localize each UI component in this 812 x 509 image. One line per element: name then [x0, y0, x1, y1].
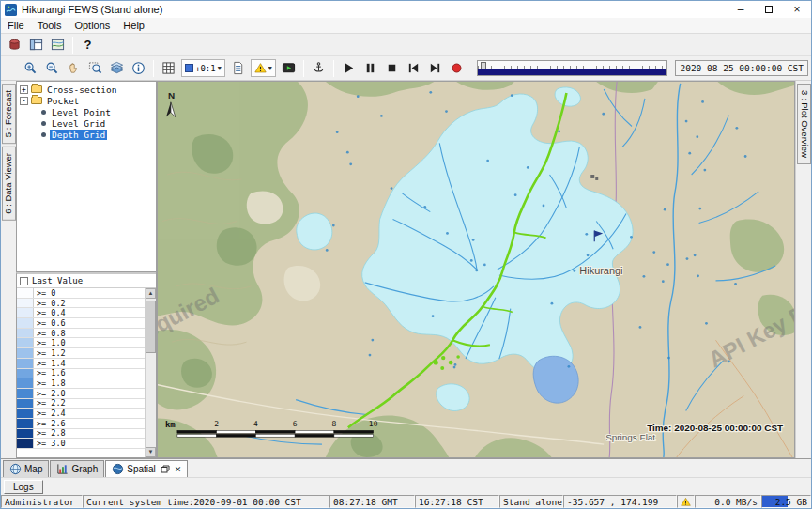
- tab-spatial[interactable]: Spatial ✕: [105, 460, 188, 477]
- legend-row: >= 2.6: [17, 419, 145, 429]
- record-button[interactable]: [446, 58, 467, 78]
- toolbar-separator: [72, 37, 73, 54]
- tab-map[interactable]: Map: [3, 460, 49, 477]
- step-forward-icon: [428, 61, 442, 75]
- chevron-down-icon: ▾: [268, 64, 272, 72]
- pause-icon: [363, 61, 377, 75]
- status-system-time: Current system time:2020-09-01 00:00 CST: [83, 495, 329, 508]
- expander-icon[interactable]: -: [20, 97, 28, 105]
- map-panel-button[interactable]: [47, 35, 69, 54]
- step-back-button[interactable]: [403, 58, 424, 78]
- tree-item-level-point[interactable]: Level Point: [17, 106, 156, 117]
- legend-list: >= 0 >= 0.2 >= 0.4 >= 0.6 >= 0.8 >= 1.0 …: [17, 288, 145, 457]
- help-button[interactable]: ?: [77, 35, 99, 54]
- anchor-icon: [312, 61, 326, 75]
- animation-button[interactable]: [278, 58, 299, 78]
- tree-item-label: Depth Grid: [50, 130, 107, 140]
- status-warning-button[interactable]: [677, 495, 695, 508]
- legend-title: Last Value: [32, 276, 83, 285]
- menu-options[interactable]: Options: [68, 19, 116, 32]
- document-button[interactable]: [227, 58, 249, 78]
- play-button[interactable]: [338, 58, 360, 78]
- zoom-ratio-icon: [185, 64, 193, 72]
- legend-swatch: [17, 389, 34, 398]
- tab-graph[interactable]: Graph: [50, 460, 104, 477]
- scrollbar-thumb[interactable]: [146, 301, 156, 353]
- warning-combo[interactable]: ▾: [251, 59, 276, 77]
- legend-swatch: [17, 288, 34, 298]
- record-icon: [450, 61, 464, 75]
- database-button[interactable]: [4, 35, 25, 54]
- legend-row: >= 0.6: [17, 318, 145, 329]
- logs-button[interactable]: Logs: [4, 480, 43, 494]
- timeline-ticks: [478, 61, 667, 69]
- zoom-extent-button[interactable]: [84, 58, 106, 78]
- tab-plot-overview[interactable]: 3 : Plot Overview: [797, 84, 811, 164]
- scroll-down-icon[interactable]: ▼: [146, 447, 156, 457]
- restore-icon[interactable]: [161, 465, 170, 474]
- pause-button[interactable]: [360, 58, 381, 78]
- zoom-in-button[interactable]: [20, 58, 41, 78]
- timeline-slider[interactable]: [477, 60, 668, 76]
- legend-header: Last Value: [17, 274, 156, 288]
- tab-forecast[interactable]: 5 : Forecast: [2, 84, 16, 144]
- legend-row: >= 3.0: [17, 439, 145, 449]
- legend-swatch: [17, 409, 34, 418]
- scrollbar-track[interactable]: [146, 299, 156, 447]
- timeline-thumb[interactable]: [481, 62, 486, 69]
- legend-row: >= 0.8: [17, 329, 145, 339]
- legend-swatch: [17, 399, 34, 409]
- svg-text:8: 8: [331, 420, 336, 428]
- stop-button[interactable]: [381, 58, 403, 78]
- pan-button[interactable]: [63, 58, 84, 78]
- maximize-button[interactable]: [755, 1, 783, 18]
- app-icon: [5, 4, 17, 16]
- close-button[interactable]: ×: [783, 1, 811, 18]
- zoom-ratio-combo[interactable]: +0:1 ▾: [181, 59, 225, 77]
- logs-row: Logs: [1, 477, 811, 495]
- tree-item-level-grid[interactable]: Level Grid: [17, 117, 156, 129]
- legend-swatch: [17, 378, 34, 388]
- right-tab-strip: 3 : Plot Overview: [795, 81, 811, 458]
- menu-help[interactable]: Help: [116, 19, 151, 32]
- tree-item-cross-section[interactable]: + Cross-section: [17, 84, 156, 95]
- scroll-up-icon[interactable]: ▲: [146, 288, 156, 299]
- step-forward-button[interactable]: [424, 58, 446, 78]
- close-tab-icon[interactable]: ✕: [175, 465, 182, 474]
- dashboard-button[interactable]: [25, 35, 47, 54]
- tab-data-viewer[interactable]: 6 : Data Viewer: [2, 147, 16, 221]
- document-icon: [231, 61, 245, 75]
- app-window: Hikurangi FEWS (Stand alone) – × File To…: [0, 0, 812, 509]
- svg-text:6: 6: [293, 420, 298, 428]
- svg-text:2: 2: [214, 420, 219, 428]
- layer-node-icon: [41, 132, 46, 137]
- legend-scrollbar[interactable]: ▲ ▼: [145, 288, 156, 457]
- map-toolbar: +0:1 ▾ ▾: [1, 56, 811, 81]
- legend-row: >= 1.4: [17, 359, 145, 369]
- legend-swatch: [17, 308, 34, 317]
- tree-item-pocket[interactable]: - Pocket: [17, 95, 156, 106]
- menu-tools[interactable]: Tools: [31, 19, 69, 32]
- left-tab-strip: 5 : Forecast 6 : Data Viewer: [1, 81, 16, 458]
- menu-file[interactable]: File: [1, 19, 31, 32]
- animation-icon: [282, 61, 296, 75]
- legend-row: >= 0: [17, 288, 145, 299]
- tree-item-depth-grid[interactable]: Depth Grid: [17, 129, 156, 140]
- title-bar: Hikurangi FEWS (Stand alone) – ×: [1, 1, 811, 18]
- map-time-label: Time: 2020-08-25 00:00:00 CST: [647, 423, 783, 433]
- anchor-button[interactable]: [308, 58, 329, 78]
- grid-button[interactable]: [158, 58, 179, 78]
- last-value-checkbox[interactable]: [20, 277, 28, 285]
- minimize-button[interactable]: –: [727, 1, 755, 18]
- info-button[interactable]: [128, 58, 149, 78]
- tree-item-label: Level Point: [50, 107, 113, 117]
- status-memory: 2.5 GB: [761, 495, 811, 508]
- legend-row: >= 1.0: [17, 338, 145, 348]
- status-bar: Administrator Current system time:2020-0…: [1, 495, 811, 508]
- layers-button[interactable]: [106, 58, 128, 78]
- zoom-out-button[interactable]: [41, 58, 63, 78]
- map-canvas[interactable]: API Key Required API Key Required Hikura…: [157, 81, 795, 458]
- expander-icon[interactable]: +: [20, 85, 28, 94]
- legend-swatch: [17, 439, 34, 448]
- window-title: Hikurangi FEWS (Stand alone): [22, 4, 727, 15]
